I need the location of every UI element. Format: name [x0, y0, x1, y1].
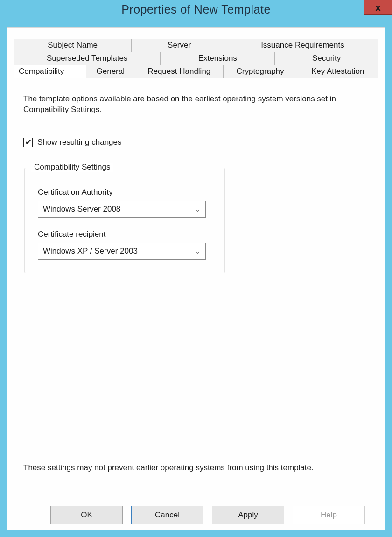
tab-general[interactable]: General	[86, 65, 135, 78]
intro-text: The template options available are based…	[23, 94, 369, 115]
dialog-buttons: OK Cancel Apply Help	[37, 497, 378, 524]
group-legend: Compatibility Settings	[31, 163, 113, 172]
compatibility-settings-group: Compatibility Settings Certification Aut…	[24, 168, 225, 273]
show-resulting-changes-row: ✔ Show resulting changes	[23, 138, 369, 147]
footnote-text: These settings may not prevent earlier o…	[23, 463, 369, 473]
help-button: Help	[293, 506, 365, 524]
ok-button[interactable]: OK	[50, 506, 123, 524]
tab-request-handling[interactable]: Request Handling	[135, 65, 224, 78]
dialog-window: Properties of New Template x Subject Nam…	[0, 0, 392, 537]
apply-button[interactable]: Apply	[212, 506, 284, 524]
tab-cryptography[interactable]: Cryptography	[224, 65, 297, 78]
tab-strip: Subject Name Server Issuance Requirement…	[14, 39, 378, 78]
show-resulting-changes-checkbox[interactable]: ✔	[23, 138, 33, 147]
tab-issuance-requirements[interactable]: Issuance Requirements	[227, 39, 378, 52]
chevron-down-icon: ⌄	[195, 205, 201, 213]
ca-label: Certification Authority	[38, 188, 211, 197]
tab-server[interactable]: Server	[132, 39, 227, 52]
tab-compatibility[interactable]: Compatibility	[14, 65, 86, 78]
ca-value: Windows Server 2008	[43, 205, 120, 214]
tab-key-attestation[interactable]: Key Attestation	[297, 65, 378, 78]
titlebar: Properties of New Template x	[7, 0, 385, 27]
recipient-dropdown[interactable]: Windows XP / Server 2003 ⌄	[38, 243, 206, 260]
chevron-down-icon: ⌄	[195, 247, 201, 255]
recipient-value: Windows XP / Server 2003	[43, 247, 138, 256]
check-icon: ✔	[25, 139, 31, 146]
cancel-button[interactable]: Cancel	[131, 506, 203, 524]
tab-superseded-templates[interactable]: Superseded Templates	[14, 52, 161, 65]
tab-security[interactable]: Security	[275, 52, 378, 65]
dialog-content: Subject Name Server Issuance Requirement…	[7, 27, 385, 530]
show-resulting-changes-label: Show resulting changes	[37, 138, 122, 147]
recipient-label: Certificate recipient	[38, 230, 211, 239]
tab-subject-name[interactable]: Subject Name	[14, 39, 132, 52]
ca-dropdown[interactable]: Windows Server 2008 ⌄	[38, 201, 206, 218]
close-button[interactable]: x	[364, 0, 392, 15]
tab-extensions[interactable]: Extensions	[161, 52, 275, 65]
window-title: Properties of New Template	[121, 3, 271, 16]
tab-panel-compatibility: The template options available are based…	[14, 78, 378, 497]
close-icon: x	[375, 3, 380, 12]
